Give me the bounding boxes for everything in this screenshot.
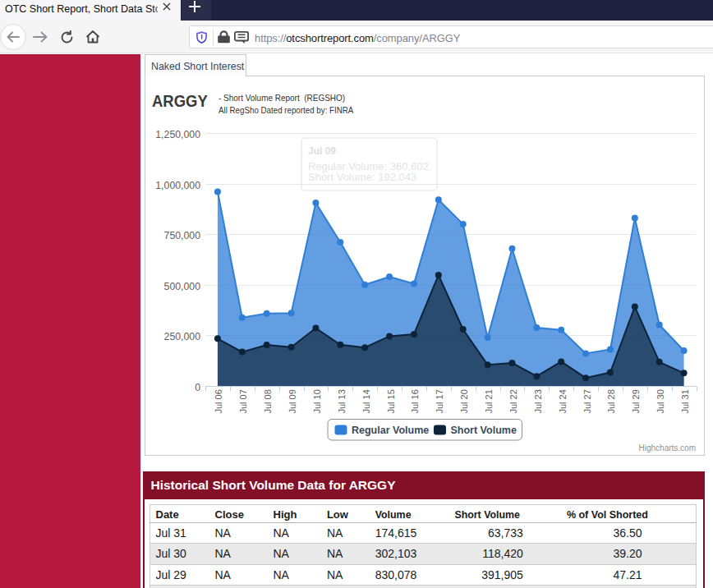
- svg-text:Jul 24: Jul 24: [558, 389, 568, 413]
- svg-text:Jul 14: Jul 14: [361, 389, 371, 413]
- svg-text:250,000: 250,000: [164, 331, 201, 342]
- svg-text:1,000,000: 1,000,000: [155, 180, 200, 191]
- svg-text:Jul 07: Jul 07: [238, 389, 248, 413]
- svg-text:Jul 17: Jul 17: [435, 389, 444, 413]
- svg-text:Jul 31: Jul 31: [680, 389, 690, 413]
- svg-text:Jul 21: Jul 21: [484, 389, 494, 413]
- svg-text:Jul 29: Jul 29: [631, 389, 641, 413]
- svg-text:750,000: 750,000: [164, 230, 201, 241]
- svg-text:Jul 16: Jul 16: [410, 389, 420, 413]
- svg-text:Jul 06: Jul 06: [214, 389, 223, 413]
- svg-text:Jul 15: Jul 15: [386, 389, 396, 413]
- svg-text:Jul 28: Jul 28: [606, 389, 616, 413]
- svg-text:Jul 09: Jul 09: [308, 145, 336, 157]
- svg-text:Jul 27: Jul 27: [582, 389, 592, 413]
- svg-text:Jul 23: Jul 23: [533, 389, 543, 413]
- svg-text:Regular Volume: Regular Volume: [352, 425, 429, 436]
- svg-text:Jul 13: Jul 13: [337, 389, 347, 413]
- svg-text:0: 0: [195, 382, 200, 393]
- svg-text:Jul 09: Jul 09: [288, 389, 297, 413]
- svg-text:Short Volume: Short Volume: [451, 425, 517, 436]
- svg-text:500,000: 500,000: [164, 281, 201, 292]
- svg-text:1,250,000: 1,250,000: [155, 129, 200, 140]
- svg-text:Jul 22: Jul 22: [508, 389, 518, 413]
- svg-text:Highcharts.com: Highcharts.com: [639, 443, 696, 452]
- svg-text:Short Volume: 192,043: Short Volume: 192,043: [308, 171, 416, 183]
- svg-text:Jul 08: Jul 08: [263, 389, 273, 413]
- svg-text:Jul 10: Jul 10: [312, 389, 322, 413]
- svg-text:Jul 30: Jul 30: [656, 389, 665, 413]
- svg-text:Jul 20: Jul 20: [459, 389, 469, 413]
